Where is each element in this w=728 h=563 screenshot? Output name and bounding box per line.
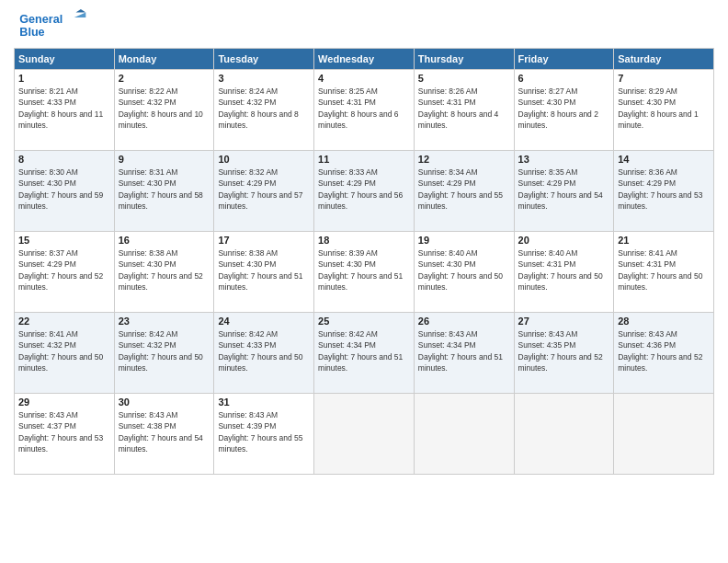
day-info: Sunrise: 8:38 AMSunset: 4:30 PMDaylight:…: [119, 247, 210, 293]
day-number: 23: [119, 316, 210, 327]
calendar-cell: 5Sunrise: 8:26 AMSunset: 4:31 PMDaylight…: [414, 70, 514, 151]
day-number: 27: [518, 316, 610, 327]
day-info: Sunrise: 8:43 AMSunset: 4:38 PMDaylight:…: [119, 409, 210, 454]
day-info: Sunrise: 8:41 AMSunset: 4:32 PMDaylight:…: [18, 328, 110, 373]
weekday-header-monday: Monday: [114, 49, 214, 70]
day-number: 17: [218, 235, 310, 246]
day-info: Sunrise: 8:26 AMSunset: 4:31 PMDaylight:…: [418, 86, 510, 131]
calendar-cell: [614, 394, 714, 475]
calendar-cell: 19Sunrise: 8:40 AMSunset: 4:30 PMDayligh…: [414, 232, 514, 313]
day-info: Sunrise: 8:41 AMSunset: 4:31 PMDaylight:…: [618, 247, 710, 293]
calendar-cell: 1Sunrise: 8:21 AMSunset: 4:33 PMDaylight…: [15, 70, 115, 151]
day-info: Sunrise: 8:39 AMSunset: 4:30 PMDaylight:…: [318, 247, 410, 293]
calendar-cell: 10Sunrise: 8:32 AMSunset: 4:29 PMDayligh…: [214, 151, 314, 232]
day-number: 28: [618, 316, 710, 327]
calendar-cell: 21Sunrise: 8:41 AMSunset: 4:31 PMDayligh…: [614, 232, 714, 313]
day-info: Sunrise: 8:43 AMSunset: 4:34 PMDaylight:…: [418, 328, 510, 373]
day-number: 4: [318, 73, 410, 84]
calendar-cell: 28Sunrise: 8:43 AMSunset: 4:36 PMDayligh…: [614, 313, 714, 394]
day-info: Sunrise: 8:40 AMSunset: 4:31 PMDaylight:…: [518, 247, 610, 293]
day-info: Sunrise: 8:27 AMSunset: 4:30 PMDaylight:…: [518, 86, 610, 131]
day-number: 7: [618, 73, 710, 84]
header: GeneralBlue: [14, 9, 714, 42]
day-number: 3: [218, 73, 310, 84]
weekday-header-saturday: Saturday: [614, 49, 714, 70]
day-info: Sunrise: 8:29 AMSunset: 4:30 PMDaylight:…: [618, 86, 710, 131]
calendar-cell: 23Sunrise: 8:42 AMSunset: 4:32 PMDayligh…: [114, 313, 214, 394]
day-number: 11: [318, 154, 410, 165]
calendar-cell: 12Sunrise: 8:34 AMSunset: 4:29 PMDayligh…: [414, 151, 514, 232]
day-info: Sunrise: 8:36 AMSunset: 4:29 PMDaylight:…: [618, 167, 710, 212]
calendar-cell: 24Sunrise: 8:42 AMSunset: 4:33 PMDayligh…: [214, 313, 314, 394]
calendar-cell: [414, 394, 514, 475]
day-info: Sunrise: 8:43 AMSunset: 4:35 PMDaylight:…: [518, 328, 610, 373]
day-info: Sunrise: 8:43 AMSunset: 4:37 PMDaylight:…: [18, 409, 110, 454]
calendar-cell: 11Sunrise: 8:33 AMSunset: 4:29 PMDayligh…: [314, 151, 415, 232]
day-number: 18: [318, 235, 410, 246]
week-row-1: 1Sunrise: 8:21 AMSunset: 4:33 PMDaylight…: [15, 70, 714, 151]
calendar-cell: 2Sunrise: 8:22 AMSunset: 4:32 PMDaylight…: [114, 70, 214, 151]
calendar-cell: 8Sunrise: 8:30 AMSunset: 4:30 PMDaylight…: [15, 151, 115, 232]
weekday-header-sunday: Sunday: [15, 49, 115, 70]
day-number: 29: [18, 396, 110, 408]
calendar-cell: 9Sunrise: 8:31 AMSunset: 4:30 PMDaylight…: [114, 151, 214, 232]
svg-marker-3: [74, 13, 86, 17]
svg-marker-2: [76, 9, 86, 13]
calendar-cell: 16Sunrise: 8:38 AMSunset: 4:30 PMDayligh…: [114, 232, 214, 313]
calendar-cell: 13Sunrise: 8:35 AMSunset: 4:29 PMDayligh…: [514, 151, 614, 232]
svg-text:Blue: Blue: [19, 26, 44, 39]
day-number: 15: [18, 235, 110, 246]
weekday-header-thursday: Thursday: [414, 49, 514, 70]
calendar-page: GeneralBlue SundayMondayTuesdayWednesday…: [0, 0, 728, 563]
day-info: Sunrise: 8:40 AMSunset: 4:30 PMDaylight:…: [418, 247, 510, 293]
calendar-cell: 30Sunrise: 8:43 AMSunset: 4:38 PMDayligh…: [114, 394, 214, 475]
calendar-cell: 15Sunrise: 8:37 AMSunset: 4:29 PMDayligh…: [15, 232, 115, 313]
logo: GeneralBlue: [14, 9, 97, 42]
day-number: 21: [618, 235, 710, 246]
weekday-header-row: SundayMondayTuesdayWednesdayThursdayFrid…: [15, 49, 714, 70]
day-info: Sunrise: 8:42 AMSunset: 4:32 PMDaylight:…: [119, 328, 210, 373]
calendar-cell: 25Sunrise: 8:42 AMSunset: 4:34 PMDayligh…: [314, 313, 415, 394]
day-info: Sunrise: 8:21 AMSunset: 4:33 PMDaylight:…: [18, 86, 110, 131]
calendar-cell: [514, 394, 614, 475]
logo-icon: GeneralBlue: [14, 9, 97, 42]
week-row-2: 8Sunrise: 8:30 AMSunset: 4:30 PMDaylight…: [15, 151, 714, 232]
day-info: Sunrise: 8:32 AMSunset: 4:29 PMDaylight:…: [218, 167, 310, 212]
calendar-cell: 20Sunrise: 8:40 AMSunset: 4:31 PMDayligh…: [514, 232, 614, 313]
week-row-4: 22Sunrise: 8:41 AMSunset: 4:32 PMDayligh…: [15, 313, 714, 394]
calendar-cell: 7Sunrise: 8:29 AMSunset: 4:30 PMDaylight…: [614, 70, 714, 151]
weekday-header-friday: Friday: [514, 49, 614, 70]
week-row-3: 15Sunrise: 8:37 AMSunset: 4:29 PMDayligh…: [15, 232, 714, 313]
calendar-cell: 26Sunrise: 8:43 AMSunset: 4:34 PMDayligh…: [414, 313, 514, 394]
day-number: 19: [418, 235, 510, 246]
day-number: 31: [218, 396, 310, 408]
day-info: Sunrise: 8:33 AMSunset: 4:29 PMDaylight:…: [318, 167, 410, 212]
day-number: 5: [418, 73, 510, 84]
calendar-cell: [314, 394, 415, 475]
day-number: 26: [418, 316, 510, 327]
day-number: 22: [18, 316, 110, 327]
calendar-cell: 14Sunrise: 8:36 AMSunset: 4:29 PMDayligh…: [614, 151, 714, 232]
day-info: Sunrise: 8:25 AMSunset: 4:31 PMDaylight:…: [318, 86, 410, 131]
day-number: 24: [218, 316, 310, 327]
day-number: 10: [218, 154, 310, 165]
calendar-cell: 6Sunrise: 8:27 AMSunset: 4:30 PMDaylight…: [514, 70, 614, 151]
day-info: Sunrise: 8:34 AMSunset: 4:29 PMDaylight:…: [418, 167, 510, 212]
day-info: Sunrise: 8:43 AMSunset: 4:36 PMDaylight:…: [618, 328, 710, 373]
day-number: 9: [119, 154, 210, 165]
calendar-cell: 18Sunrise: 8:39 AMSunset: 4:30 PMDayligh…: [314, 232, 415, 313]
day-number: 14: [618, 154, 710, 165]
calendar-cell: 3Sunrise: 8:24 AMSunset: 4:32 PMDaylight…: [214, 70, 314, 151]
calendar-cell: 17Sunrise: 8:38 AMSunset: 4:30 PMDayligh…: [214, 232, 314, 313]
week-row-5: 29Sunrise: 8:43 AMSunset: 4:37 PMDayligh…: [15, 394, 714, 475]
day-number: 16: [119, 235, 210, 246]
weekday-header-wednesday: Wednesday: [314, 49, 415, 70]
day-info: Sunrise: 8:42 AMSunset: 4:33 PMDaylight:…: [218, 328, 310, 373]
day-info: Sunrise: 8:24 AMSunset: 4:32 PMDaylight:…: [218, 86, 310, 131]
calendar-cell: 4Sunrise: 8:25 AMSunset: 4:31 PMDaylight…: [314, 70, 415, 151]
calendar-cell: 29Sunrise: 8:43 AMSunset: 4:37 PMDayligh…: [15, 394, 115, 475]
day-info: Sunrise: 8:37 AMSunset: 4:29 PMDaylight:…: [18, 247, 110, 293]
svg-text:General: General: [19, 13, 63, 26]
day-info: Sunrise: 8:31 AMSunset: 4:30 PMDaylight:…: [119, 167, 210, 212]
day-number: 6: [518, 73, 610, 84]
